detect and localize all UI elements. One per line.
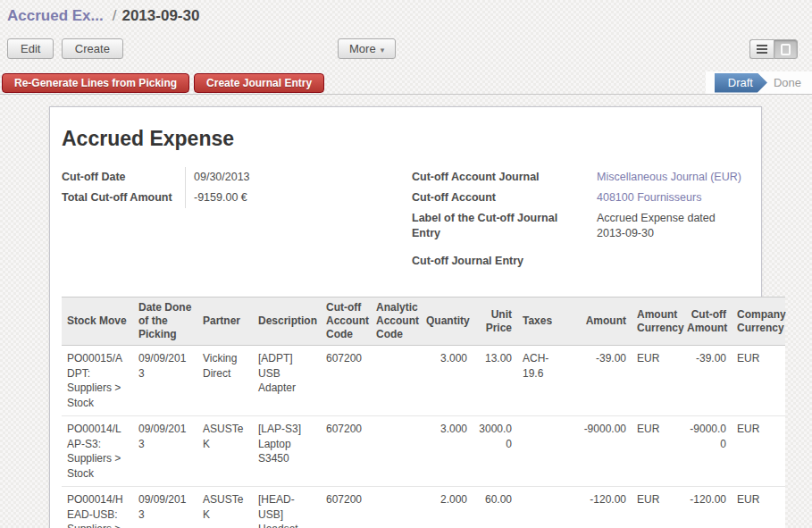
col-description[interactable]: Description xyxy=(253,298,321,346)
breadcrumb-separator: / xyxy=(113,7,117,24)
cell-amount-currency: EUR xyxy=(632,487,682,528)
field-cutoff-journal-entry: Cut-off Journal Entry xyxy=(412,251,749,272)
field-groups: Cut-off Date 09/30/2013 Total Cut-off Am… xyxy=(62,167,749,272)
form-sheet: Accrued Expense Cut-off Date 09/30/2013 … xyxy=(49,106,762,528)
table-row[interactable]: PO00014/LAP-S3: Suppliers > Stock 09/09/… xyxy=(62,416,785,487)
list-view-button[interactable] xyxy=(749,39,774,59)
entry-label-value: Accrued Expense dated 2013-09-30 xyxy=(589,208,732,244)
cell-analytic-account-code xyxy=(371,346,421,416)
chevron-down-icon: ▾ xyxy=(381,46,385,54)
status-draft: Draft xyxy=(715,73,767,93)
create-journal-entry-button[interactable]: Create Journal Entry xyxy=(194,73,324,93)
cell-company-currency: EUR xyxy=(732,346,785,416)
cutoff-account-journal-link[interactable]: Miscellaneous Journal (EUR) xyxy=(589,167,741,188)
cutoff-journal-entry-value xyxy=(589,251,597,272)
cell-unit-price: 3000.00 xyxy=(473,416,517,487)
create-button[interactable]: Create xyxy=(62,38,123,59)
table-header-row: Stock Move Date Done of the Picking Part… xyxy=(62,298,785,346)
cell-unit-price: 60.00 xyxy=(473,487,517,528)
total-cutoff-amount-value: -9159.00 € xyxy=(185,188,247,208)
cell-amount-currency: EUR xyxy=(632,416,682,487)
cell-cutoff-amount: -9000.00 xyxy=(682,416,732,487)
status-done: Done xyxy=(774,76,801,89)
cell-date-done: 09/09/2013 xyxy=(133,416,197,487)
col-unit-price[interactable]: Unit Price xyxy=(473,298,517,346)
cell-analytic-account-code xyxy=(371,487,421,528)
cell-partner: ASUSTeK xyxy=(197,416,253,487)
cell-partner: Vicking Direct xyxy=(197,346,253,416)
field-group-right: Cut-off Account Journal Miscellaneous Jo… xyxy=(412,167,749,272)
entry-label-label: Label of the Cut-off Journal Entry xyxy=(412,208,589,244)
table-row[interactable]: PO00015/ADPT: Suppliers > Stock 09/09/20… xyxy=(62,346,785,416)
field-cutoff-account: Cut-off Account 408100 Fournisseurs xyxy=(412,188,749,208)
cell-taxes xyxy=(517,487,573,528)
col-cutoff-amount[interactable]: Cut-off Amount xyxy=(682,298,732,346)
action-band: Re-Generate Lines from Picking Create Jo… xyxy=(0,71,812,95)
cell-description: [HEAD-USB] Headset USB xyxy=(253,487,321,528)
cell-amount: -9000.00 xyxy=(573,416,632,487)
view-switcher xyxy=(749,39,798,59)
col-quantity[interactable]: Quantity xyxy=(421,298,473,346)
form-view-icon xyxy=(781,44,791,55)
cell-cutoff-account-code: 607200 xyxy=(321,346,371,416)
cell-cutoff-amount: -39.00 xyxy=(682,346,732,416)
more-button[interactable]: More▾ xyxy=(338,38,396,59)
more-button-label: More xyxy=(349,42,376,55)
total-cutoff-amount-label: Total Cut-off Amount xyxy=(62,188,185,208)
list-view-icon xyxy=(757,45,767,54)
table-row[interactable]: PO00014/HEAD-USB: Suppliers > Stock 09/0… xyxy=(62,487,785,528)
cutoff-lines-table: Stock Move Date Done of the Picking Part… xyxy=(62,297,785,528)
edit-button[interactable]: Edit xyxy=(7,38,54,59)
cell-stock-move: PO00015/ADPT: Suppliers > Stock xyxy=(62,346,133,416)
cutoff-journal-entry-label: Cut-off Journal Entry xyxy=(412,251,589,272)
cell-unit-price: 13.00 xyxy=(473,346,517,416)
cell-taxes: ACH-19.6 xyxy=(517,346,573,416)
cell-description: [LAP-S3] Laptop S3450 xyxy=(253,416,321,487)
cell-date-done: 09/09/2013 xyxy=(133,487,197,528)
page-title: Accrued Expense xyxy=(62,127,749,151)
cell-date-done: 09/09/2013 xyxy=(133,346,197,416)
field-cutoff-date: Cut-off Date 09/30/2013 xyxy=(62,167,412,188)
cell-stock-move: PO00014/HEAD-USB: Suppliers > Stock xyxy=(62,487,133,528)
cell-quantity: 3.000 xyxy=(421,346,473,416)
cell-cutoff-amount: -120.00 xyxy=(682,487,732,528)
cell-amount-currency: EUR xyxy=(632,346,682,416)
col-stock-move[interactable]: Stock Move xyxy=(62,298,133,346)
col-analytic-account-code[interactable]: Analytic Account Code xyxy=(371,298,421,346)
form-view-button[interactable] xyxy=(774,39,798,59)
cell-cutoff-account-code: 607200 xyxy=(321,487,371,528)
cell-analytic-account-code xyxy=(371,416,421,487)
cell-company-currency: EUR xyxy=(732,487,785,528)
field-entry-label: Label of the Cut-off Journal Entry Accru… xyxy=(412,208,749,244)
cell-partner: ASUSTeK xyxy=(197,487,253,528)
cell-company-currency: EUR xyxy=(732,416,785,487)
field-total-cutoff-amount: Total Cut-off Amount -9159.00 € xyxy=(62,188,412,208)
field-cutoff-account-journal: Cut-off Account Journal Miscellaneous Jo… xyxy=(412,167,749,188)
cutoff-account-link[interactable]: 408100 Fournisseurs xyxy=(589,188,701,208)
col-amount[interactable]: Amount xyxy=(573,298,632,346)
cutoff-account-label: Cut-off Account xyxy=(412,188,589,208)
cell-description: [ADPT] USB Adapter xyxy=(253,346,321,416)
regenerate-lines-button[interactable]: Re-Generate Lines from Picking xyxy=(2,73,189,93)
col-amount-currency[interactable]: Amount Currency xyxy=(632,298,682,346)
statusbar: Draft Done xyxy=(706,71,812,94)
cell-stock-move: PO00014/LAP-S3: Suppliers > Stock xyxy=(62,416,133,487)
cutoff-date-label: Cut-off Date xyxy=(62,167,185,188)
breadcrumb-parent-link[interactable]: Accrued Ex... xyxy=(7,7,104,24)
lines-table-area: Stock Move Date Done of the Picking Part… xyxy=(62,297,749,528)
cell-quantity: 3.000 xyxy=(421,416,473,487)
col-taxes[interactable]: Taxes xyxy=(517,298,573,346)
cell-cutoff-account-code: 607200 xyxy=(321,416,371,487)
toolbar: Edit Create More▾ xyxy=(7,38,805,60)
field-group-left: Cut-off Date 09/30/2013 Total Cut-off Am… xyxy=(62,167,412,272)
breadcrumb: Accrued Ex.../2013-09-30 xyxy=(0,0,812,25)
col-date-done[interactable]: Date Done of the Picking xyxy=(133,298,197,346)
cell-taxes xyxy=(517,416,573,487)
cell-amount: -120.00 xyxy=(573,487,632,528)
col-partner[interactable]: Partner xyxy=(197,298,253,346)
col-company-currency[interactable]: Company Currency xyxy=(732,298,785,346)
cell-amount: -39.00 xyxy=(573,346,632,416)
col-cutoff-account-code[interactable]: Cut-off Account Code xyxy=(321,298,371,346)
breadcrumb-current: 2013-09-30 xyxy=(121,7,199,24)
cutoff-date-value: 09/30/2013 xyxy=(185,167,250,188)
